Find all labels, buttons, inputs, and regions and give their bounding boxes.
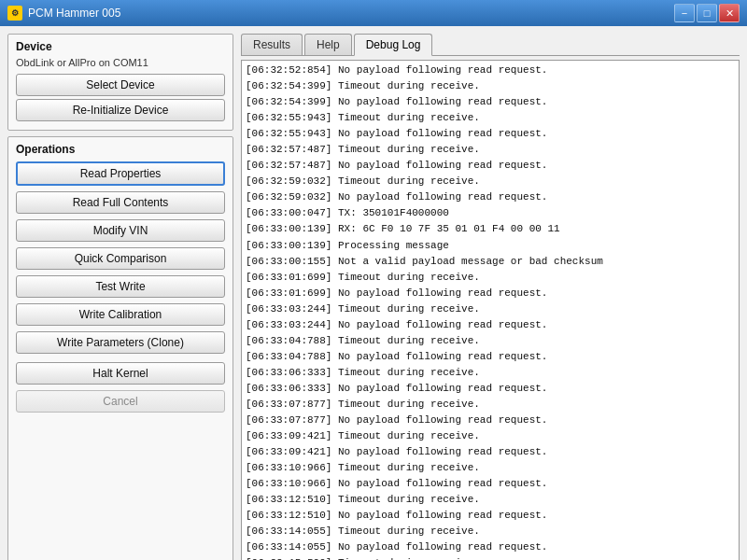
- write-calibration-button[interactable]: Write Calibration: [16, 303, 225, 326]
- log-line: [06:32:54:399] No payload following read…: [246, 94, 735, 110]
- log-line: [06:33:14:055] No payload following read…: [246, 539, 735, 555]
- device-section: Device ObdLink or AllPro on COM11 Select…: [7, 34, 233, 131]
- title-bar-left: ⚙ PCM Hammer 005: [7, 6, 120, 21]
- log-line: [06:33:00:139] Processing message: [246, 238, 735, 254]
- test-write-button[interactable]: Test Write: [16, 275, 225, 298]
- title-bar: ⚙ PCM Hammer 005 − □ ✕: [0, 0, 747, 26]
- main-content: Device ObdLink or AllPro on COM11 Select…: [0, 26, 747, 560]
- operations-section: Operations Read Properties Read Full Con…: [7, 136, 233, 560]
- log-line: [06:32:52:854] No payload following read…: [246, 63, 735, 78]
- log-line: [06:32:54:399] Timeout during receive.: [246, 78, 735, 94]
- halt-area: Halt Kernel: [16, 362, 225, 387]
- log-area[interactable]: [06:32:52:854] No payload following read…: [241, 60, 740, 560]
- log-line: [06:33:06:333] Timeout during receive.: [246, 365, 735, 381]
- read-properties-button[interactable]: Read Properties: [16, 161, 225, 186]
- device-section-title: Device: [16, 40, 225, 53]
- write-parameters-clone-button[interactable]: Write Parameters (Clone): [16, 331, 225, 354]
- app-title: PCM Hammer 005: [28, 7, 120, 20]
- title-bar-controls: − □ ✕: [674, 4, 740, 22]
- log-line: [06:32:55:943] No payload following read…: [246, 126, 735, 142]
- log-line: [06:33:01:699] Timeout during receive.: [246, 270, 735, 286]
- cancel-button[interactable]: Cancel: [16, 390, 225, 413]
- log-line: [06:33:00:047] TX: 350101F4000000: [246, 205, 735, 221]
- select-device-button[interactable]: Select Device: [16, 74, 225, 96]
- log-line: [06:33:00:139] RX: 6C F0 10 7F 35 01 01 …: [246, 221, 735, 237]
- device-name: ObdLink or AllPro on COM11: [16, 57, 225, 68]
- log-line: [06:33:12:510] No payload following read…: [246, 508, 735, 524]
- log-line: [06:32:59:032] No payload following read…: [246, 189, 735, 205]
- log-line: [06:33:01:699] No payload following read…: [246, 286, 735, 301]
- log-line: [06:33:09:421] Timeout during receive.: [246, 428, 735, 444]
- log-line: [06:32:59:032] Timeout during receive.: [246, 174, 735, 189]
- top-area: Device ObdLink or AllPro on COM11 Select…: [0, 26, 747, 560]
- minimize-button[interactable]: −: [674, 4, 695, 22]
- right-panel: Results Help Debug Log [06:32:52:854] No…: [241, 34, 740, 560]
- log-line: [06:33:09:421] No payload following read…: [246, 444, 735, 460]
- maximize-button[interactable]: □: [697, 4, 717, 22]
- log-line: [06:33:04:788] Timeout during receive.: [246, 333, 735, 349]
- log-line: [06:32:55:943] Timeout during receive.: [246, 110, 735, 126]
- cancel-area: Cancel: [16, 390, 225, 415]
- log-line: [06:33:07:877] No payload following read…: [246, 413, 735, 428]
- log-line: [06:33:03:244] Timeout during receive.: [246, 301, 735, 317]
- log-line: [06:32:57:487] No payload following read…: [246, 158, 735, 174]
- tab-help[interactable]: Help: [304, 34, 352, 55]
- quick-comparison-button[interactable]: Quick Comparison: [16, 247, 225, 270]
- halt-kernel-button[interactable]: Halt Kernel: [16, 362, 225, 385]
- log-line: [06:33:14:055] Timeout during receive.: [246, 524, 735, 539]
- read-full-contents-button[interactable]: Read Full Contents: [16, 191, 225, 214]
- log-line: [06:33:03:244] No payload following read…: [246, 317, 735, 333]
- app-icon: ⚙: [7, 6, 22, 21]
- log-line: [06:33:04:788] No payload following read…: [246, 349, 735, 365]
- reinitialize-device-button[interactable]: Re-Initialize Device: [16, 99, 225, 121]
- log-line: [06:32:57:487] Timeout during receive.: [246, 142, 735, 158]
- log-line: [06:33:00:155] Not a valid payload messa…: [246, 254, 735, 270]
- log-line: [06:33:06:333] No payload following read…: [246, 381, 735, 397]
- log-line: [06:33:12:510] Timeout during receive.: [246, 492, 735, 508]
- log-line: [06:33:10:966] No payload following read…: [246, 476, 735, 492]
- left-panel: Device ObdLink or AllPro on COM11 Select…: [7, 34, 233, 560]
- log-line: [06:33:07:877] Timeout during receive.: [246, 397, 735, 413]
- log-line: [06:33:10:966] Timeout during receive.: [246, 460, 735, 476]
- tab-debug-log[interactable]: Debug Log: [354, 34, 433, 56]
- operations-title: Operations: [16, 143, 225, 156]
- operations-buttons: Read Properties Read Full Contents Modif…: [16, 161, 225, 357]
- close-button[interactable]: ✕: [719, 4, 740, 22]
- tab-results[interactable]: Results: [241, 34, 303, 55]
- modify-vin-button[interactable]: Modify VIN: [16, 219, 225, 242]
- log-line: [06:33:15:599] Timeout during receive.: [246, 555, 735, 560]
- tabs-row: Results Help Debug Log: [241, 34, 740, 56]
